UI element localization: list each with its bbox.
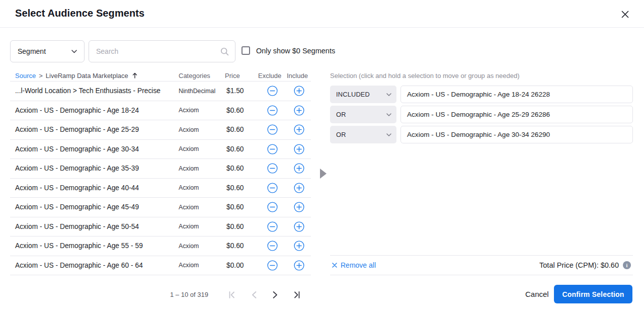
segment-category: NinthDecimal — [179, 88, 225, 95]
table-row[interactable]: Acxiom - US - Demographic - Age 25-29 Ac… — [10, 120, 311, 140]
selection-footer: Remove all Total Price (CPM): $0.60 i — [330, 255, 633, 275]
table-row[interactable]: Acxiom - US - Demographic - Age 50-54 Ac… — [10, 217, 311, 237]
search-input[interactable] — [96, 47, 220, 55]
operator-dropdown[interactable]: INCLUDED — [330, 86, 396, 103]
sort-ascending-icon[interactable] — [132, 72, 137, 78]
segment-category: Acxiom — [179, 126, 225, 133]
exclude-button[interactable] — [267, 163, 278, 174]
breadcrumb-source-link[interactable]: Source — [15, 72, 36, 80]
info-icon[interactable]: i — [623, 261, 631, 269]
segment-name: Acxiom - US - Demographic - Age 25-29 — [10, 126, 179, 133]
cancel-button[interactable]: Cancel — [518, 285, 556, 303]
total-price-label: Total Price (CPM): $0.60 — [539, 261, 619, 269]
segment-category: Acxiom — [179, 145, 225, 152]
selected-segment-chip[interactable]: Acxiom - US - Demographic - Age 18-24 26… — [400, 86, 633, 103]
next-page-icon[interactable] — [269, 288, 282, 301]
column-header-categories: Categories — [179, 72, 225, 80]
segment-category: Acxiom — [179, 262, 225, 269]
search-icon — [220, 47, 229, 56]
selected-segment-chip[interactable]: Acxiom - US - Demographic - Age 25-29 26… — [400, 106, 633, 123]
column-header-include: Include — [287, 72, 311, 80]
operator-value: INCLUDED — [336, 91, 370, 98]
exclude-button[interactable] — [267, 221, 278, 232]
include-button[interactable] — [293, 86, 304, 97]
include-button[interactable] — [293, 143, 304, 154]
column-header-price: Price — [225, 72, 258, 80]
remove-all-button[interactable]: Remove all — [332, 261, 376, 269]
segment-name: Acxiom - US - Demographic - Age 45-49 — [10, 203, 179, 211]
breadcrumb-current: LiveRamp Data Marketplace — [46, 72, 128, 80]
include-button[interactable] — [293, 260, 304, 271]
operator-dropdown[interactable]: OR — [330, 106, 396, 123]
table-header: Source > LiveRamp Data Marketplace Categ… — [10, 70, 311, 81]
only-show-zero-label: Only show $0 Segments — [256, 47, 335, 55]
table-row[interactable]: Acxiom - US - Demographic - Age 45-49 Ac… — [10, 198, 311, 217]
exclude-button[interactable] — [267, 124, 278, 135]
include-button[interactable] — [293, 202, 304, 213]
segments-table: ...l-World Location > Tech Enthusiasts -… — [10, 81, 311, 275]
include-button[interactable] — [293, 241, 304, 252]
selection-row: OR Acxiom - US - Demographic - Age 25-29… — [330, 106, 633, 123]
segment-price: $1.50 — [225, 87, 258, 95]
include-button[interactable] — [293, 182, 304, 193]
segment-price: $0.60 — [225, 242, 258, 250]
selection-row: OR Acxiom - US - Demographic - Age 30-34… — [330, 126, 633, 143]
dialog-title: Select Audience Segments — [15, 8, 144, 19]
selection-list: INCLUDED Acxiom - US - Demographic - Age… — [330, 86, 633, 146]
segment-price: $0.60 — [225, 223, 258, 230]
remove-all-label: Remove all — [341, 261, 376, 269]
selected-segment-chip[interactable]: Acxiom - US - Demographic - Age 30-34 26… — [400, 126, 633, 143]
breadcrumb: Source > LiveRamp Data Marketplace — [10, 72, 179, 80]
exclude-button[interactable] — [267, 182, 278, 193]
chevron-down-icon — [386, 133, 391, 136]
close-icon[interactable] — [620, 9, 630, 19]
selection-row: INCLUDED Acxiom - US - Demographic - Age… — [330, 86, 633, 103]
table-row[interactable]: ...l-World Location > Tech Enthusiasts -… — [10, 82, 311, 101]
segment-category: Acxiom — [179, 243, 225, 250]
chevron-down-icon — [71, 50, 77, 53]
segment-price: $0.60 — [225, 203, 258, 211]
segment-price: $0.60 — [225, 184, 258, 192]
chevron-down-icon — [386, 93, 391, 96]
table-row[interactable]: Acxiom - US - Demographic - Age 30-34 Ac… — [10, 140, 311, 160]
include-button[interactable] — [293, 124, 304, 135]
previous-page-icon[interactable] — [248, 288, 261, 301]
segment-price: $0.60 — [225, 126, 258, 133]
segment-category: Acxiom — [179, 184, 225, 191]
dialog-header: Select Audience Segments — [0, 0, 644, 28]
selection-panel-label: Selection (click and hold a selection to… — [330, 72, 520, 80]
segment-name: Acxiom - US - Demographic - Age 40-44 — [10, 184, 179, 192]
only-show-zero-checkbox[interactable] — [242, 46, 250, 55]
table-row[interactable]: Acxiom - US - Demographic - Age 60 - 64 … — [10, 256, 311, 276]
include-button[interactable] — [293, 221, 304, 232]
table-row[interactable]: Acxiom - US - Demographic - Age 35-39 Ac… — [10, 159, 311, 179]
total-price: Total Price (CPM): $0.60 i — [539, 261, 631, 269]
exclude-button[interactable] — [267, 86, 278, 97]
expand-panel-arrow-icon[interactable] — [320, 169, 327, 179]
exclude-button[interactable] — [267, 143, 278, 154]
table-row[interactable]: Acxiom - US - Demographic - Age 40-44 Ac… — [10, 179, 311, 198]
include-button[interactable] — [293, 105, 304, 116]
segment-name: Acxiom - US - Demographic - Age 30-34 — [10, 145, 179, 153]
exclude-button[interactable] — [267, 241, 278, 252]
table-row[interactable]: Acxiom - US - Demographic - Age 18-24 Ac… — [10, 101, 311, 121]
segment-price: $0.00 — [225, 262, 258, 269]
exclude-button[interactable] — [267, 202, 278, 213]
segment-dropdown-value: Segment — [18, 47, 46, 55]
operator-dropdown[interactable]: OR — [330, 126, 396, 143]
operator-value: OR — [336, 131, 346, 138]
segment-type-dropdown[interactable]: Segment — [10, 40, 85, 62]
exclude-button[interactable] — [267, 105, 278, 116]
confirm-selection-button[interactable]: Confirm Selection — [554, 285, 632, 303]
last-page-icon[interactable] — [290, 288, 303, 301]
exclude-button[interactable] — [267, 260, 278, 271]
segment-category: Acxiom — [179, 107, 225, 114]
only-show-zero-filter: Only show $0 Segments — [242, 46, 335, 55]
segment-category: Acxiom — [179, 204, 225, 211]
include-button[interactable] — [293, 163, 304, 174]
first-page-icon[interactable] — [225, 288, 238, 301]
column-header-exclude: Exclude — [258, 72, 287, 80]
table-row[interactable]: Acxiom - US - Demographic - Age 55 - 59 … — [10, 236, 311, 256]
select-audience-segments-dialog: Select Audience Segments Segment Only sh… — [0, 0, 644, 317]
segment-name: Acxiom - US - Demographic - Age 35-39 — [10, 165, 179, 172]
